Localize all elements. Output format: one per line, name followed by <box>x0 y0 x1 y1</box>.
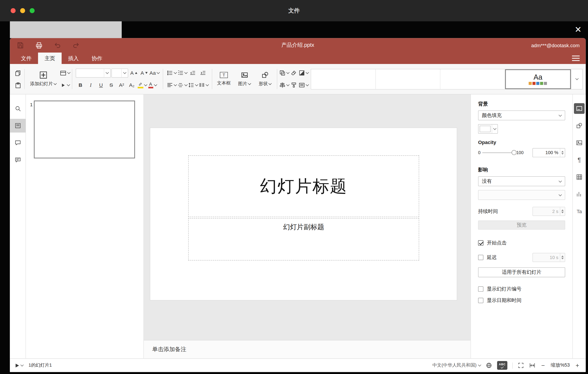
tab-insert[interactable]: 插入 <box>62 53 85 64</box>
hamburger-menu-icon[interactable] <box>572 56 580 61</box>
play-icon <box>60 82 66 88</box>
show-date-time-checkbox[interactable] <box>478 298 483 303</box>
slide-size-button[interactable] <box>298 80 308 90</box>
strikethrough-button[interactable]: S <box>106 80 116 90</box>
slide-subtitle-placeholder[interactable]: 幻灯片副标题 <box>188 218 419 261</box>
save-icon[interactable] <box>16 41 24 49</box>
change-case-button[interactable]: Aa <box>149 68 159 78</box>
language-select[interactable]: 中文(中华人民共和国) <box>432 362 481 369</box>
tab-home[interactable]: 主页 <box>38 53 62 64</box>
table-settings-tab[interactable] <box>574 172 585 183</box>
document-title: 产品介绍.pptx <box>282 42 314 49</box>
start-slideshow-button[interactable] <box>60 80 70 90</box>
traffic-light-minimize[interactable] <box>20 8 25 13</box>
increase-font-button[interactable]: A <box>129 68 138 78</box>
preview-button[interactable]: 预览 <box>478 220 565 230</box>
image-settings-tab[interactable] <box>574 138 585 148</box>
clear-style-button[interactable] <box>289 68 298 78</box>
slide-thumbnail[interactable] <box>34 100 135 158</box>
font-name-select[interactable] <box>76 68 111 78</box>
opacity-slider-knob[interactable] <box>512 150 517 155</box>
decrease-indent-button[interactable] <box>188 68 197 78</box>
undo-icon[interactable] <box>53 41 62 49</box>
apply-to-all-slides-button[interactable]: 适用于所有幻灯片 <box>478 267 565 277</box>
bullets-button[interactable] <box>167 68 176 78</box>
duration-spinner[interactable] <box>560 207 565 215</box>
align-shapes-button[interactable] <box>279 80 289 90</box>
underline-button[interactable]: U <box>96 80 106 90</box>
insert-image-button[interactable]: 图片 <box>235 71 254 87</box>
close-icon[interactable]: ✕ <box>573 24 584 35</box>
text-box-button[interactable]: T 文本框 <box>214 72 234 86</box>
slide-canvas[interactable]: 幻灯片标题 幻灯片副标题 <box>144 94 471 340</box>
theme-option[interactable] <box>311 69 376 89</box>
comments-button[interactable] <box>10 136 26 150</box>
zoom-out-button[interactable]: − <box>540 362 546 369</box>
arrange-shapes-button[interactable] <box>279 68 289 78</box>
numbering-button[interactable] <box>177 68 187 78</box>
traffic-light-close[interactable] <box>11 8 16 13</box>
tab-file[interactable]: 文件 <box>14 53 38 64</box>
start-on-click-checkbox[interactable] <box>478 240 483 246</box>
copy-style-button[interactable] <box>289 80 298 90</box>
insert-shape-button[interactable]: 形状 <box>255 71 275 87</box>
paragraph-settings-tab[interactable]: ¶ <box>574 154 585 165</box>
font-color-button[interactable]: A <box>148 80 157 90</box>
decrease-font-button[interactable]: A <box>139 68 149 78</box>
slide[interactable]: 幻灯片标题 幻灯片副标题 <box>150 128 457 300</box>
shape-settings-tab[interactable] <box>574 120 585 131</box>
slide-layout-button[interactable] <box>60 68 70 78</box>
document-language-button[interactable] <box>486 362 492 369</box>
fill-color-picker[interactable] <box>478 124 498 134</box>
theme-option-selected[interactable]: Aa <box>505 69 571 89</box>
opacity-slider[interactable] <box>482 152 514 153</box>
columns-button[interactable] <box>198 80 208 90</box>
tab-collaboration[interactable]: 协作 <box>85 53 109 64</box>
paste-icon[interactable] <box>13 80 22 90</box>
slides-panel-button[interactable] <box>10 119 26 132</box>
background-fill-select[interactable]: 颜色填充 <box>478 110 565 120</box>
color-scheme-button[interactable] <box>298 68 308 78</box>
redo-icon[interactable] <box>72 41 80 49</box>
opacity-input[interactable]: 100 % <box>532 148 565 157</box>
delay-input[interactable]: 10 s <box>532 253 565 262</box>
fit-width-button[interactable] <box>529 362 536 369</box>
theme-option[interactable] <box>376 69 440 89</box>
chart-settings-tab[interactable] <box>574 189 585 199</box>
theme-option[interactable] <box>440 69 505 89</box>
traffic-light-zoom[interactable] <box>30 8 35 13</box>
start-slideshow-status-button[interactable] <box>16 363 23 367</box>
effect-variant-select[interactable] <box>478 190 565 200</box>
subscript-button[interactable]: A₂ <box>127 80 137 90</box>
copy-icon[interactable] <box>13 68 22 78</box>
show-slide-number-checkbox[interactable] <box>478 286 483 292</box>
delay-spinner[interactable] <box>560 253 565 262</box>
theme-gallery-expand-button[interactable] <box>571 69 583 89</box>
bold-button[interactable]: B <box>76 80 85 90</box>
fit-slide-button[interactable] <box>518 362 524 369</box>
print-icon[interactable] <box>35 41 43 49</box>
add-slide-button[interactable]: 添加幻灯片 <box>27 71 60 87</box>
duration-input[interactable]: 2 s <box>532 207 565 216</box>
slide-settings-tab[interactable] <box>574 103 585 114</box>
increase-indent-button[interactable] <box>198 68 208 78</box>
spellcheck-button[interactable]: ABC <box>497 361 507 370</box>
horizontal-align-button[interactable] <box>167 80 176 90</box>
zoom-in-button[interactable]: + <box>575 362 580 369</box>
line-spacing-button[interactable] <box>188 80 198 90</box>
toolbar-separator <box>24 69 25 89</box>
opacity-spinner[interactable] <box>560 149 565 157</box>
effect-select[interactable]: 没有 <box>478 176 565 186</box>
superscript-button[interactable]: A² <box>117 80 126 90</box>
slide-title-placeholder[interactable]: 幻灯片标题 <box>188 155 419 217</box>
vertical-align-button[interactable] <box>177 80 187 90</box>
search-button[interactable] <box>10 102 26 115</box>
delay-checkbox[interactable] <box>478 255 483 260</box>
arrange-icon <box>279 70 285 76</box>
chat-button[interactable] <box>10 153 26 167</box>
italic-button[interactable]: I <box>86 80 96 90</box>
font-size-select[interactable] <box>112 68 128 78</box>
highlight-color-button[interactable] <box>137 80 147 90</box>
textart-settings-tab[interactable]: Ta <box>574 206 585 217</box>
notes-area[interactable]: 单击添加备注 <box>144 340 471 358</box>
